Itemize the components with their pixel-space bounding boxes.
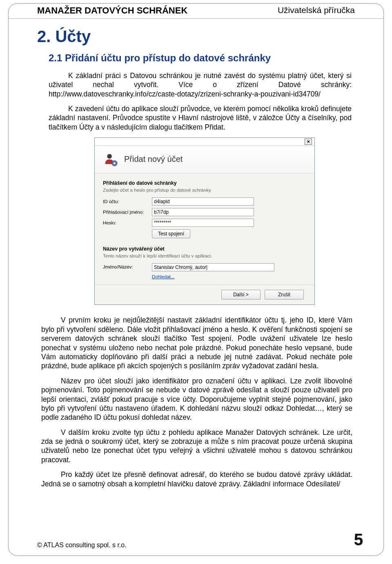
heading-2: 2.1 Přidání účtu pro přístup do datové s…: [49, 52, 355, 65]
dialog-header: Přidat nový účet: [95, 146, 314, 173]
svg-point-0: [107, 154, 111, 159]
document-page: MANAŽER DATOVÝCH SCHRÁNEK Uživatelská př…: [8, 3, 384, 556]
paragraph-2: K zavedení účtu do aplikace slouží průvo…: [49, 104, 352, 132]
dialog-separator: [95, 284, 314, 285]
page-content: 2. Účty 2.1 Přidání účtu pro přístup do …: [9, 19, 383, 488]
test-connection-button[interactable]: Test spojení: [152, 229, 190, 238]
paragraph-6: Pro každý účet lze přesně definovat adre…: [41, 470, 352, 488]
login-label: Přihlašovací jméno:: [103, 209, 152, 215]
page-footer: © ATLAS consulting spol. s r.o. 5: [37, 530, 363, 549]
dialog-screenshot: ✕ Přidat nový účet Přihlášení do dat: [94, 137, 355, 305]
paragraph-5: V dalším kroku zvolte typ účtu z pohledu…: [41, 428, 352, 465]
cancel-button[interactable]: Zrušit: [265, 290, 304, 300]
next-button[interactable]: Další >: [221, 290, 261, 300]
name-label: Jméno/Název:: [103, 264, 152, 270]
section-name-title: Název pro vytvářený účet: [103, 246, 306, 252]
heading-1: 2. Účty: [37, 26, 355, 47]
password-label: Heslo:: [103, 220, 152, 226]
section-login-title: Přihlášení do datové schránky: [103, 180, 306, 186]
paragraph-4: Název pro účet slouží jako identifikátor…: [41, 376, 352, 422]
name-input[interactable]: [152, 263, 274, 271]
lookup-link[interactable]: Dohledat...: [152, 274, 175, 280]
section-name-sub: Tento název slouží k lepší identifikaci …: [103, 253, 306, 259]
id-input[interactable]: [152, 197, 254, 206]
user-gear-icon: [103, 152, 118, 167]
svg-point-2: [114, 162, 116, 164]
dialog-footer: Další > Zrušit: [103, 290, 306, 300]
login-input[interactable]: [152, 208, 254, 216]
header-left: MANAŽER DATOVÝCH SCHRÁNEK: [37, 5, 187, 16]
section-login-sub: Zadejte účet a heslo pro přístup do dato…: [103, 187, 306, 193]
page-header: MANAŽER DATOVÝCH SCHRÁNEK Uživatelská př…: [9, 4, 383, 19]
dialog-body: Přihlášení do datové schránky Zadejte úč…: [95, 173, 314, 304]
copyright: © ATLAS consulting spol. s r.o.: [37, 542, 127, 549]
password-input[interactable]: [152, 219, 254, 227]
id-label: ID účtu:: [103, 199, 152, 205]
paragraph-1: K základní práci s Datovou schránkou je …: [49, 71, 352, 98]
dialog-title: Přidat nový účet: [124, 154, 183, 165]
close-icon[interactable]: ✕: [305, 139, 312, 145]
dialog-titlebar: ✕: [95, 138, 314, 146]
header-right: Uživatelská příručka: [278, 5, 355, 16]
add-account-dialog: ✕ Přidat nový účet Přihlášení do dat: [94, 137, 315, 305]
page-number: 5: [354, 530, 363, 549]
paragraph-3: V prvním kroku je nejdůležitější nastavi…: [41, 316, 352, 370]
